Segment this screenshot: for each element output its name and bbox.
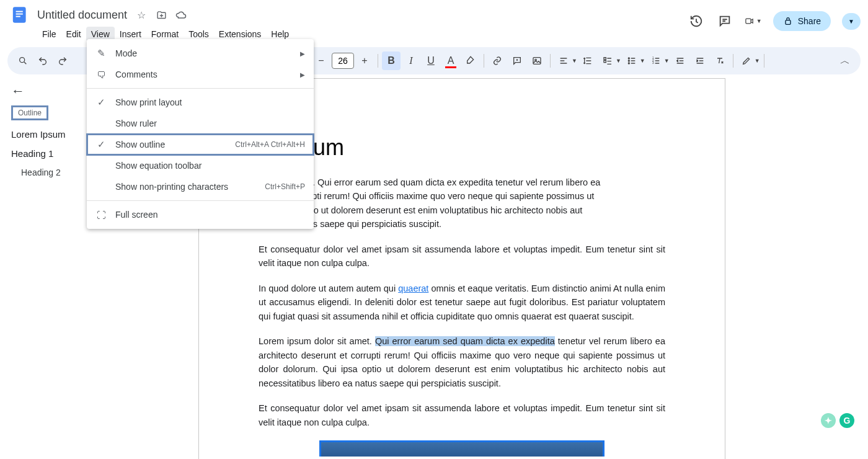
bulleted-list-button[interactable] bbox=[622, 51, 641, 70]
svg-rect-10 bbox=[604, 60, 606, 62]
bold-button[interactable]: B bbox=[382, 51, 401, 70]
highlight-button[interactable] bbox=[461, 51, 480, 70]
menu-show-ruler[interactable]: Show ruler bbox=[87, 113, 314, 134]
paragraph: Et consequatur dolor vel amet ipsam sit … bbox=[259, 401, 665, 429]
numbered-list-button[interactable]: 123 bbox=[647, 51, 665, 70]
checklist-button[interactable] bbox=[598, 51, 617, 70]
menu-show-equation-toolbar[interactable]: Show equation toolbar bbox=[87, 155, 314, 176]
docs-logo-icon[interactable] bbox=[7, 2, 32, 27]
underline-button[interactable]: U bbox=[422, 51, 440, 70]
paragraph: Lorem ipsum dolor sit amet. Qui error ea… bbox=[259, 334, 665, 390]
svg-point-6 bbox=[20, 58, 25, 63]
svg-rect-2 bbox=[16, 14, 23, 15]
menu-show-outline[interactable]: ✓ Show outline Ctrl+Alt+A Ctrl+Alt+H bbox=[87, 134, 314, 155]
insert-image-icon[interactable] bbox=[528, 51, 546, 70]
undo-icon[interactable] bbox=[33, 51, 52, 70]
menu-full-screen[interactable]: ⛶ Full screen bbox=[87, 204, 314, 225]
svg-point-13 bbox=[628, 63, 629, 64]
align-button[interactable] bbox=[554, 51, 573, 70]
check-icon: ✓ bbox=[95, 139, 107, 150]
view-menu-dropdown: ✎ Mode ▶ 🗨 Comments ▶ ✓ Show print layou… bbox=[87, 39, 314, 229]
paragraph: dolor sit amet. Qui error earum sed quam… bbox=[259, 176, 665, 231]
redo-icon[interactable] bbox=[53, 51, 72, 70]
svg-rect-0 bbox=[13, 7, 26, 23]
svg-rect-4 bbox=[746, 19, 751, 24]
document-link[interactable]: quaerat bbox=[398, 283, 428, 293]
comment-icon: 🗨 bbox=[95, 69, 107, 80]
svg-text:3: 3 bbox=[652, 61, 654, 65]
indent-decrease-icon[interactable] bbox=[671, 51, 689, 70]
font-size-decrease[interactable]: − bbox=[312, 51, 330, 70]
star-icon[interactable]: ☆ bbox=[136, 9, 147, 20]
menu-mode[interactable]: ✎ Mode ▶ bbox=[87, 43, 314, 64]
svg-rect-3 bbox=[16, 16, 20, 17]
comments-icon[interactable] bbox=[716, 12, 733, 30]
share-label: Share bbox=[798, 16, 821, 26]
cloud-status-icon[interactable] bbox=[175, 9, 187, 20]
clear-formatting-icon[interactable] bbox=[711, 51, 729, 70]
menu-show-nonprinting[interactable]: Show non-printing characters Ctrl+Shift+… bbox=[87, 176, 314, 197]
line-spacing-button[interactable] bbox=[578, 51, 597, 70]
svg-rect-5 bbox=[786, 20, 790, 25]
meet-icon[interactable]: ▼ bbox=[745, 12, 762, 30]
document-image[interactable] bbox=[319, 440, 604, 457]
menu-file[interactable]: File bbox=[37, 27, 61, 42]
move-icon[interactable] bbox=[156, 9, 167, 20]
share-more-button[interactable]: ▼ bbox=[842, 13, 861, 30]
insert-comment-icon[interactable] bbox=[508, 51, 526, 70]
paragraph: Et consequatur dolor vel amet ipsam sit … bbox=[259, 243, 665, 270]
fullscreen-icon: ⛶ bbox=[95, 210, 107, 220]
history-icon[interactable] bbox=[688, 12, 705, 30]
selected-text: Qui error earum sed quam dicta ex expedi… bbox=[375, 336, 555, 346]
editing-mode-button[interactable] bbox=[737, 51, 756, 70]
collapse-toolbar-icon[interactable]: ︿ bbox=[836, 51, 854, 70]
svg-rect-1 bbox=[16, 11, 23, 12]
svg-point-12 bbox=[628, 60, 629, 61]
document-heading: m Ipsum bbox=[259, 135, 665, 161]
outline-label: Outline bbox=[11, 105, 48, 120]
insert-link-icon[interactable] bbox=[488, 51, 507, 70]
text-color-button[interactable]: A bbox=[441, 51, 460, 70]
grammarly-icon[interactable]: G bbox=[839, 413, 854, 428]
document-title[interactable]: Untitled document bbox=[37, 9, 127, 22]
grammarly-suggestion-icon[interactable]: ✦ bbox=[821, 413, 836, 428]
search-icon[interactable] bbox=[14, 51, 32, 70]
submenu-arrow-icon: ▶ bbox=[300, 50, 305, 57]
submenu-arrow-icon: ▶ bbox=[300, 71, 305, 78]
svg-point-11 bbox=[628, 58, 629, 59]
italic-button[interactable]: I bbox=[402, 51, 420, 70]
menu-comments[interactable]: 🗨 Comments ▶ bbox=[87, 64, 314, 85]
svg-rect-9 bbox=[604, 58, 606, 60]
indent-increase-icon[interactable] bbox=[691, 51, 709, 70]
paragraph: In quod dolore ut autem autem qui quaera… bbox=[259, 282, 665, 323]
share-button[interactable]: Share bbox=[773, 11, 831, 31]
menu-show-print-layout[interactable]: ✓ Show print layout bbox=[87, 92, 314, 113]
pencil-icon: ✎ bbox=[95, 48, 107, 59]
font-size-increase[interactable]: + bbox=[355, 51, 374, 70]
check-icon: ✓ bbox=[95, 97, 107, 108]
svg-rect-7 bbox=[533, 58, 541, 65]
font-size-input[interactable] bbox=[332, 53, 354, 69]
menu-edit[interactable]: Edit bbox=[61, 27, 86, 42]
